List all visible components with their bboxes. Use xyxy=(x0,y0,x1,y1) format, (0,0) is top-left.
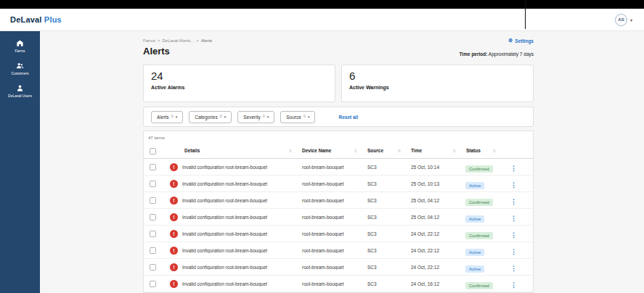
row-device-name: root-bream-bouquet xyxy=(298,215,363,220)
column-header-label: Details xyxy=(184,148,200,153)
row-device-name: root-bream-bouquet xyxy=(298,265,363,270)
stat-card-active-warnings: 6 Active Warnings xyxy=(341,65,534,102)
table-row: ! Invalid configuration root-bream-bouqu… xyxy=(144,159,533,176)
sidebar-item-farms[interactable]: Farms xyxy=(0,38,40,53)
row-checkbox-cell xyxy=(144,244,168,257)
column-header-details[interactable]: Details ⇅ xyxy=(168,148,298,153)
row-details: Invalid configuration root-bream-bouquet xyxy=(182,198,267,203)
row-status-cell: Confirmed xyxy=(462,160,502,173)
chevron-down-icon[interactable]: ▾ xyxy=(630,17,632,22)
kebab-menu-icon[interactable]: ⋮ xyxy=(510,165,517,172)
status-badge: Confirmed xyxy=(465,199,493,206)
row-details: Invalid configuration root-bream-bouquet xyxy=(182,181,267,186)
row-details-cell: ! Invalid configuration root-bream-bouqu… xyxy=(168,163,298,171)
row-actions-cell: ⋮ xyxy=(502,177,534,190)
breadcrumb-separator: > xyxy=(196,38,199,43)
table-row: ! Invalid configuration root-bream-bouqu… xyxy=(144,226,533,242)
row-time: 25 Oct, 10:14 xyxy=(407,165,462,170)
kebab-menu-icon[interactable]: ⋮ xyxy=(510,215,517,222)
row-checkbox[interactable] xyxy=(150,164,156,170)
row-checkbox[interactable] xyxy=(150,281,156,287)
row-checkbox-cell xyxy=(144,210,168,223)
row-source: SC3 xyxy=(363,165,407,170)
table-row: ! Invalid configuration root-bream-bouqu… xyxy=(144,276,533,292)
row-time: 25 Oct, 10:13 xyxy=(407,181,462,186)
settings-link[interactable]: ⚙ Settings xyxy=(508,38,534,44)
items-count: 47 items xyxy=(144,131,533,143)
row-details-cell: ! Invalid configuration root-bream-bouqu… xyxy=(168,180,298,188)
column-header-time[interactable]: Time ⇅ xyxy=(407,148,462,153)
dropdown-count-badge: 0 xyxy=(263,114,265,118)
kebab-menu-icon[interactable]: ⋮ xyxy=(510,198,517,205)
filter-dropdown-source[interactable]: Source 0 ▾ xyxy=(280,111,315,123)
row-actions-cell: ⋮ xyxy=(502,244,534,257)
row-device-name: root-bream-bouquet xyxy=(298,248,363,253)
sort-icon[interactable]: ⇅ xyxy=(492,149,496,153)
logo-plus-text: Plus xyxy=(44,15,62,24)
sort-icon[interactable]: ⇅ xyxy=(397,149,401,153)
row-status-cell: Active xyxy=(462,177,502,190)
row-time: 25 Oct, 04:12 xyxy=(407,198,462,203)
row-status-cell: Active xyxy=(462,260,502,273)
breadcrumb-item-farms[interactable]: Farms xyxy=(143,38,155,43)
alarm-icon: ! xyxy=(170,213,178,221)
kebab-menu-icon[interactable]: ⋮ xyxy=(510,181,517,189)
filter-dropdown-alerts[interactable]: Alerts 0 ▾ xyxy=(151,111,183,123)
row-details-cell: ! Invalid configuration root-bream-bouqu… xyxy=(168,197,298,205)
status-badge: Confirmed xyxy=(465,282,493,289)
column-header-label: Status xyxy=(466,148,481,153)
dropdown-label: Severity xyxy=(243,115,260,120)
table-row: ! Invalid configuration root-bream-bouqu… xyxy=(144,242,533,259)
row-checkbox[interactable] xyxy=(150,231,156,237)
chevron-down-icon: ▾ xyxy=(267,115,269,119)
row-checkbox[interactable] xyxy=(150,247,156,254)
customers-icon xyxy=(16,61,25,70)
column-header-status[interactable]: Status ⇅ xyxy=(462,148,502,153)
column-header-device-name[interactable]: Device Name ⇅ xyxy=(298,148,363,153)
time-period-label: Time period: xyxy=(460,51,488,57)
row-details: Invalid configuration root-bream-bouquet xyxy=(182,265,267,270)
row-device-name: root-bream-bouquet xyxy=(298,165,363,170)
row-details-cell: ! Invalid configuration root-bream-bouqu… xyxy=(168,247,298,255)
time-period: Time period: Approximately 7 days xyxy=(460,51,534,57)
kebab-menu-icon[interactable]: ⋮ xyxy=(510,265,517,272)
app-logo[interactable]: DeLaval Plus xyxy=(10,15,62,24)
dropdown-label: Categories xyxy=(195,115,217,120)
breadcrumb-item-delaval-alerts[interactable]: DeLaval Alerts... xyxy=(163,38,195,43)
kebab-menu-icon[interactable]: ⋮ xyxy=(510,248,517,255)
filter-dropdown-severity[interactable]: Severity 0 ▾ xyxy=(237,111,274,123)
column-header-label: Source xyxy=(367,148,383,153)
row-details: Invalid configuration root-bream-bouquet xyxy=(182,165,267,170)
active-warnings-label: Active Warnings xyxy=(349,85,526,90)
dropdown-count-badge: 0 xyxy=(303,114,306,118)
cursor-artifact-line xyxy=(525,0,526,29)
sort-icon[interactable]: ⇅ xyxy=(452,149,456,153)
alarm-icon: ! xyxy=(170,180,178,188)
row-source: SC3 xyxy=(363,198,407,203)
sidebar-item-customers[interactable]: Customers xyxy=(0,61,40,75)
kebab-menu-icon[interactable]: ⋮ xyxy=(510,231,517,239)
row-checkbox[interactable] xyxy=(150,181,156,187)
breadcrumb: Farms > DeLaval Alerts... > Alerts xyxy=(143,38,212,43)
row-details-cell: ! Invalid configuration root-bream-bouqu… xyxy=(168,213,298,221)
breadcrumb-item-current: Alerts xyxy=(201,38,212,43)
sort-icon[interactable]: ⇅ xyxy=(288,149,292,153)
table-header: Details ⇅ Device Name ⇅ Source ⇅ Time ⇅ … xyxy=(144,143,533,159)
column-header-source[interactable]: Source ⇅ xyxy=(363,148,407,153)
row-checkbox[interactable] xyxy=(150,214,156,220)
row-status-cell: Confirmed xyxy=(462,194,502,207)
row-checkbox[interactable] xyxy=(150,197,156,204)
row-device-name: root-bream-bouquet xyxy=(298,181,363,186)
sort-icon[interactable]: ⇅ xyxy=(354,149,357,153)
filter-dropdown-categories[interactable]: Categories 0 ▾ xyxy=(189,111,232,123)
row-actions-cell: ⋮ xyxy=(502,160,534,173)
sidebar-item-delaval-users[interactable]: DeLaval Users xyxy=(0,83,40,98)
kebab-menu-icon[interactable]: ⋮ xyxy=(510,281,517,289)
reset-all-link[interactable]: Reset all xyxy=(338,115,358,120)
select-all-checkbox[interactable] xyxy=(150,148,156,154)
avatar[interactable]: AS xyxy=(615,14,627,26)
row-checkbox[interactable] xyxy=(150,264,156,271)
row-details: Invalid configuration root-bream-bouquet xyxy=(182,281,267,286)
status-badge: Active xyxy=(465,265,484,273)
row-actions-cell: ⋮ xyxy=(502,277,534,290)
